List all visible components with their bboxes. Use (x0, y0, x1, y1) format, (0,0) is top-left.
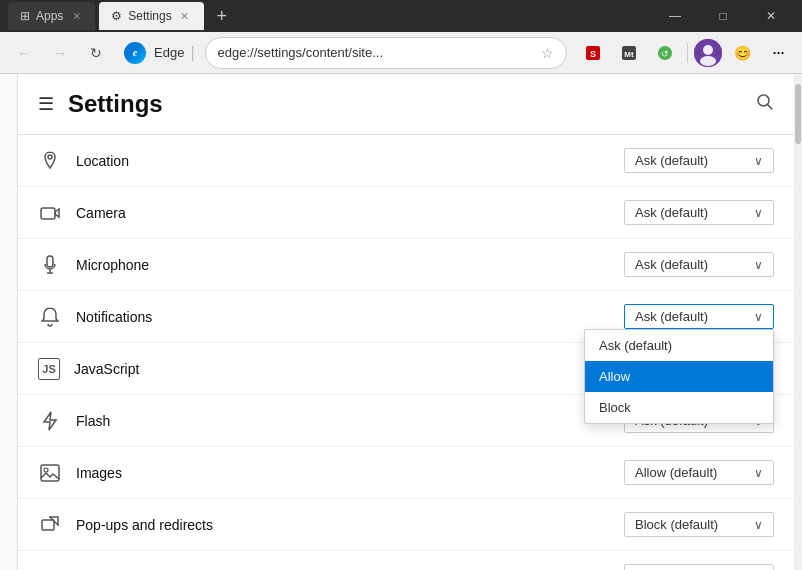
location-icon (38, 149, 62, 173)
svg-point-7 (703, 45, 713, 55)
microphone-label: Microphone (76, 257, 624, 273)
javascript-label: JavaScript (74, 361, 624, 377)
nav-bar: ← → ↻ e Edge | edge://settings/content/s… (0, 32, 802, 74)
notifications-label: Notifications (76, 309, 624, 325)
apps-tab-label: Apps (36, 9, 63, 23)
svg-rect-20 (42, 520, 54, 530)
address-bar[interactable]: edge://settings/content/site... ☆ (205, 37, 567, 69)
popups-chevron-icon: ∨ (754, 518, 763, 532)
microphone-chevron-icon: ∨ (754, 258, 763, 272)
notifications-value: Ask (default) (635, 309, 748, 324)
popups-label: Pop-ups and redirects (76, 517, 624, 533)
svg-rect-18 (41, 465, 59, 481)
tab-apps[interactable]: ⊞ Apps ✕ (8, 2, 95, 30)
microphone-value: Ask (default) (635, 257, 748, 272)
minimize-button[interactable]: — (652, 0, 698, 32)
notifications-dropdown-container: Ask (default) ∨ Ask (default) Allow Bloc… (624, 304, 774, 329)
javascript-icon: JS (38, 358, 60, 380)
dropdown-option-ask[interactable]: Ask (default) (585, 330, 773, 361)
bgsync-dropdown[interactable]: Allow (default) ∨ (624, 564, 774, 570)
close-button[interactable]: ✕ (748, 0, 794, 32)
camera-icon (38, 201, 62, 225)
images-icon (38, 461, 62, 485)
new-tab-button[interactable]: + (208, 2, 236, 30)
location-dropdown[interactable]: Ask (default) ∨ (624, 148, 774, 173)
notifications-dropdown-menu: Ask (default) Allow Block (584, 329, 774, 424)
images-value: Allow (default) (635, 465, 748, 480)
address-separator: | (190, 44, 194, 62)
scrollbar-thumb[interactable] (795, 84, 801, 144)
nav-divider (687, 43, 688, 63)
images-chevron-icon: ∨ (754, 466, 763, 480)
flash-label: Flash (76, 413, 624, 429)
svg-point-19 (44, 468, 48, 472)
ext-icon-3[interactable]: ↺ (649, 37, 681, 69)
settings-page-title: Settings (68, 90, 163, 118)
hamburger-menu-icon[interactable]: ☰ (38, 93, 54, 115)
microphone-icon (38, 253, 62, 277)
svg-line-10 (768, 105, 773, 110)
svg-text:S: S (590, 49, 596, 59)
images-dropdown[interactable]: Allow (default) ∨ (624, 460, 774, 485)
main-content: ☰ Settings Location Ask (default) ∨ (0, 74, 802, 570)
sidebar (0, 74, 18, 570)
user-avatar[interactable] (694, 39, 722, 67)
svg-marker-17 (44, 412, 56, 430)
popups-value: Block (default) (635, 517, 748, 532)
svg-text:Mt: Mt (624, 50, 634, 59)
svg-rect-12 (41, 208, 55, 219)
more-menu-button[interactable]: ··· (762, 37, 794, 69)
background-sync-icon (38, 565, 62, 571)
svg-rect-14 (47, 256, 53, 267)
location-chevron-icon: ∨ (754, 154, 763, 168)
apps-tab-close[interactable]: ✕ (69, 9, 83, 23)
edge-browser-icon: e (124, 42, 146, 64)
apps-tab-icon: ⊞ (20, 9, 30, 23)
forward-button[interactable]: → (44, 37, 76, 69)
popups-icon (38, 513, 62, 537)
refresh-button[interactable]: ↻ (80, 37, 112, 69)
settings-tab-close[interactable]: ✕ (178, 9, 192, 23)
location-setting-row: Location Ask (default) ∨ (18, 135, 794, 187)
notifications-dropdown[interactable]: Ask (default) ∨ (624, 304, 774, 329)
images-setting-row: Images Allow (default) ∨ (18, 447, 794, 499)
svg-text:↺: ↺ (661, 49, 669, 59)
title-bar: ⊞ Apps ✕ ⚙ Settings ✕ + — □ ✕ (0, 0, 802, 32)
flash-icon (38, 409, 62, 433)
camera-dropdown[interactable]: Ask (default) ∨ (624, 200, 774, 225)
svg-point-8 (700, 56, 716, 66)
favorite-star-icon[interactable]: ☆ (541, 45, 554, 61)
location-value: Ask (default) (635, 153, 748, 168)
images-label: Images (76, 465, 624, 481)
notifications-chevron-icon: ∨ (754, 310, 763, 324)
svg-point-11 (48, 155, 52, 159)
dropdown-option-block[interactable]: Block (585, 392, 773, 423)
settings-content: ☰ Settings Location Ask (default) ∨ (18, 74, 794, 570)
nav-right-icons: S Mt ↺ 😊 ··· (577, 37, 794, 69)
edge-label: Edge (154, 45, 184, 60)
camera-value: Ask (default) (635, 205, 748, 220)
notifications-icon (38, 305, 62, 329)
address-text: edge://settings/content/site... (218, 45, 535, 60)
tab-settings[interactable]: ⚙ Settings ✕ (99, 2, 203, 30)
window-controls: — □ ✕ (652, 0, 794, 32)
microphone-setting-row: Microphone Ask (default) ∨ (18, 239, 794, 291)
ext-icon-1[interactable]: S (577, 37, 609, 69)
settings-tab-icon: ⚙ (111, 9, 122, 23)
microphone-dropdown[interactable]: Ask (default) ∨ (624, 252, 774, 277)
back-button[interactable]: ← (8, 37, 40, 69)
popups-dropdown[interactable]: Block (default) ∨ (624, 512, 774, 537)
scrollbar-track[interactable] (794, 74, 802, 570)
location-label: Location (76, 153, 624, 169)
dropdown-option-allow[interactable]: Allow (585, 361, 773, 392)
camera-setting-row: Camera Ask (default) ∨ (18, 187, 794, 239)
settings-tab-label: Settings (128, 9, 171, 23)
ext-icon-2[interactable]: Mt (613, 37, 645, 69)
popups-setting-row: Pop-ups and redirects Block (default) ∨ (18, 499, 794, 551)
maximize-button[interactable]: □ (700, 0, 746, 32)
emoji-button[interactable]: 😊 (726, 37, 758, 69)
notifications-setting-row: Notifications Ask (default) ∨ Ask (defau… (18, 291, 794, 343)
settings-list: Location Ask (default) ∨ Camera Ask (def… (18, 135, 794, 570)
settings-search-icon[interactable] (756, 93, 774, 115)
settings-header: ☰ Settings (18, 74, 794, 135)
